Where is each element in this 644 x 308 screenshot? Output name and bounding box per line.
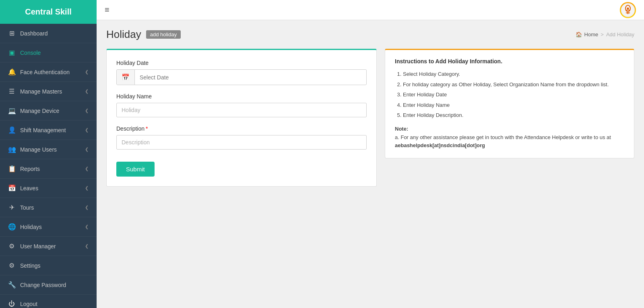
sidebar-item-left: 🔧 Change Password (8, 281, 66, 289)
note-email: aebashelpdesk[at]nsdcindia[dot]org (395, 142, 485, 148)
sidebar-item-label: Settings (20, 262, 41, 269)
sidebar-item-label: Manage Masters (20, 88, 62, 95)
sidebar-item-user-manager[interactable]: ⚙ User Manager ❮ (0, 237, 97, 256)
sidebar-item-left: ⚙ Settings (8, 262, 41, 269)
hamburger-icon[interactable]: ≡ (105, 5, 109, 15)
date-input-wrapper: 📅 (116, 69, 367, 85)
sidebar-item-manage-device[interactable]: 💻 Manage Device ❮ (0, 101, 97, 121)
sidebar-item-label: Shift Management (20, 127, 66, 133)
sidebar-item-left: 👥 Manage Users (8, 146, 57, 153)
sidebar-item-label: Manage Users (20, 146, 57, 153)
note-label: Note: (395, 126, 624, 132)
sidebar-item-label: Tours (20, 204, 34, 211)
submit-button[interactable]: Submit (116, 162, 155, 177)
sidebar-item-left: ✈ Tours (8, 204, 34, 211)
instructions-title: Instructions to Add Holiday Information. (395, 58, 624, 65)
sidebar-item-label: Manage Device (20, 108, 59, 114)
sidebar-item-logout[interactable]: ⏻ Logout (0, 295, 97, 308)
home-icon: 🏠 (576, 31, 582, 37)
chevron-icon: ❮ (85, 205, 89, 210)
sidebar-item-left: ⚙ User Manager (8, 242, 56, 250)
sidebar-icon-tours: ✈ (8, 204, 15, 211)
chevron-icon: ❮ (85, 243, 89, 249)
sidebar-item-tours[interactable]: ✈ Tours ❮ (0, 198, 97, 217)
sidebar-item-shift-management[interactable]: 👤 Shift Management ❮ (0, 121, 97, 140)
sidebar-item-console[interactable]: ▣ Console (0, 43, 97, 62)
sidebar-item-manage-masters[interactable]: ☰ Manage Masters ❮ (0, 82, 97, 101)
sidebar-item-label: Face Authentication (20, 69, 70, 75)
desc-label: Description* (116, 125, 367, 132)
chevron-icon: ❮ (85, 69, 89, 75)
sidebar-item-left: ☰ Manage Masters (8, 87, 62, 95)
sidebar-item-label: Holidays (20, 224, 42, 230)
name-label: Holiday Name (116, 93, 367, 100)
sidebar-item-settings[interactable]: ⚙ Settings (0, 256, 97, 275)
chevron-icon: ❮ (85, 127, 89, 133)
name-group: Holiday Name (116, 93, 367, 117)
sidebar-item-label: Logout (20, 301, 37, 307)
sidebar-icon-dashboard: ⊞ (8, 29, 15, 37)
instructions-list: Select Holiday Category.For holiday cate… (395, 70, 624, 119)
breadcrumb-home[interactable]: Home (584, 31, 599, 37)
sidebar-nav: ⊞ Dashboard ▣ Console 🔔 Face Authenticat… (0, 24, 97, 308)
page-title: Holiday (106, 28, 141, 41)
main-area: ≡ Holiday add holiday 🏠 (97, 0, 644, 308)
form-layout: Holiday Date 📅 Holiday Name Description* (106, 49, 634, 187)
chevron-icon: ❮ (85, 166, 89, 171)
sidebar-item-left: 💻 Manage Device (8, 107, 59, 114)
sidebar-item-left: 📋 Reports (8, 165, 40, 173)
desc-input[interactable] (116, 135, 367, 150)
sidebar-icon-change-password: 🔧 (8, 281, 15, 289)
instructions-card: Instructions to Add Holiday Information.… (385, 49, 634, 158)
note-section: Note: a. For any other assistance please… (395, 126, 624, 150)
sidebar-icon-manage-masters: ☰ (8, 87, 15, 95)
topbar-right (620, 2, 636, 18)
sidebar-header: Central Skill (0, 0, 97, 24)
instruction-step: Enter Holiday Name (403, 101, 624, 109)
sidebar-item-left: ⊞ Dashboard (8, 29, 48, 37)
instruction-step: Select Holiday Category. (403, 70, 624, 78)
sidebar-item-label: Leaves (20, 185, 38, 191)
sidebar-item-change-password[interactable]: 🔧 Change Password (0, 275, 97, 295)
sidebar-item-face-auth[interactable]: 🔔 Face Authentication ❮ (0, 62, 97, 82)
sidebar-item-label: Console (20, 50, 41, 56)
sidebar-item-left: ⏻ Logout (8, 300, 37, 308)
sidebar-icon-manage-users: 👥 (8, 146, 15, 153)
sidebar-icon-shift-management: 👤 (8, 126, 15, 134)
desc-group: Description* (116, 125, 367, 150)
sidebar-icon-face-auth: 🔔 (8, 68, 15, 76)
breadcrumb: 🏠 Home > Add Holiday (576, 31, 634, 37)
page-title-area: Holiday add holiday (106, 28, 181, 41)
date-label: Holiday Date (116, 60, 367, 66)
calendar-icon: 📅 (117, 70, 135, 85)
sidebar-item-reports[interactable]: 📋 Reports ❮ (0, 159, 97, 179)
sidebar-item-label: Reports (20, 166, 40, 172)
aadhaar-logo (620, 2, 636, 18)
topbar: ≡ (97, 0, 644, 20)
sidebar-item-manage-users[interactable]: 👥 Manage Users ❮ (0, 140, 97, 159)
name-input[interactable] (116, 103, 367, 117)
date-group: Holiday Date 📅 (116, 60, 367, 85)
sidebar-item-holidays[interactable]: 🌐 Holidays ❮ (0, 217, 97, 237)
sidebar-icon-reports: 📋 (8, 165, 15, 173)
chevron-icon: ❮ (85, 108, 89, 113)
sidebar-icon-holidays: 🌐 (8, 223, 15, 231)
sidebar-icon-settings: ⚙ (8, 262, 15, 269)
sidebar-icon-manage-device: 💻 (8, 107, 15, 114)
sidebar-item-label: User Manager (20, 243, 56, 250)
sidebar-icon-leaves: 📅 (8, 184, 15, 192)
sidebar-icon-logout: ⏻ (8, 300, 15, 308)
chevron-icon: ❮ (85, 147, 89, 152)
svg-point-3 (627, 7, 629, 9)
sidebar-item-left: 👤 Shift Management (8, 126, 66, 134)
sidebar-item-label: Dashboard (20, 30, 48, 37)
date-input[interactable] (135, 71, 366, 84)
sidebar-item-dashboard[interactable]: ⊞ Dashboard (0, 24, 97, 43)
instruction-step: For holiday category as Other Holiday, S… (403, 81, 624, 89)
sidebar-item-leaves[interactable]: 📅 Leaves ❮ (0, 179, 97, 198)
page-subtitle: add holiday (146, 30, 181, 39)
page-header: Holiday add holiday 🏠 Home > Add Holiday (106, 28, 634, 41)
note-text: a. For any other assistance please get i… (395, 133, 624, 150)
sidebar: Central Skill ⊞ Dashboard ▣ Console 🔔 Fa… (0, 0, 97, 308)
form-card: Holiday Date 📅 Holiday Name Description* (106, 49, 377, 187)
